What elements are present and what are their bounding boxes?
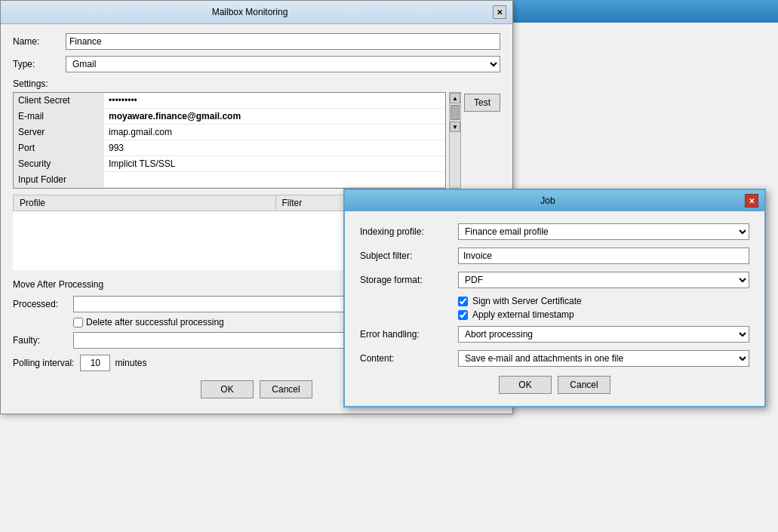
job-checkboxes: Sign with Server Certificate Apply exter… [458, 296, 749, 320]
name-label: Name: [13, 36, 66, 47]
apply-timestamp-label: Apply external timestamp [472, 309, 574, 320]
faulty-label: Faulty: [13, 335, 73, 346]
job-close-button[interactable]: ✕ [745, 194, 758, 208]
job-body: Indexing profile: Finance email profile … [345, 211, 764, 406]
type-label: Type: [13, 59, 66, 69]
profile-column-header: Profile [14, 195, 276, 211]
setting-value [104, 172, 445, 188]
apply-timestamp-checkbox[interactable] [458, 310, 468, 320]
table-row: Server imap.gmail.com [14, 125, 445, 140]
polling-label: Polling interval: [13, 358, 74, 368]
setting-value: Implicit TLS/SSL [104, 156, 445, 172]
setting-key: Input Folder [14, 172, 104, 188]
storage-format-select[interactable]: PDF TIFF Original [458, 272, 749, 288]
mailbox-close-button[interactable]: ✕ [493, 5, 506, 19]
subject-filter-row: Subject filter: [360, 248, 749, 264]
table-row: Port 993 [14, 140, 445, 156]
delete-checkbox-label: Delete after successful processing [86, 317, 224, 328]
scroll-up-arrow[interactable]: ▲ [450, 93, 460, 103]
error-handling-label: Error handling: [360, 329, 458, 340]
table-row: Client Secret ••••••••• [14, 93, 445, 109]
indexing-profile-select[interactable]: Finance email profile Default profile [458, 223, 749, 240]
subject-filter-input[interactable] [458, 248, 749, 264]
settings-table: Client Secret ••••••••• E-mail moyaware.… [14, 93, 445, 188]
job-title: Job [351, 195, 745, 206]
mailbox-cancel-button[interactable]: Cancel [260, 380, 312, 398]
polling-input[interactable] [80, 355, 110, 371]
delete-checkbox[interactable] [73, 318, 83, 328]
error-handling-row: Error handling: Abort processing Skip an… [360, 326, 749, 343]
settings-scrollbar[interactable]: ▲ ▼ [449, 92, 461, 189]
job-cancel-button[interactable]: Cancel [558, 376, 610, 394]
job-ok-button[interactable]: OK [499, 376, 552, 394]
job-dialog-buttons: OK Cancel [360, 376, 749, 394]
scroll-thumb[interactable] [451, 105, 460, 120]
settings-section: Client Secret ••••••••• E-mail moyaware.… [13, 92, 500, 189]
mailbox-titlebar: Mailbox Monitoring ✕ [1, 1, 512, 24]
error-handling-select[interactable]: Abort processing Skip and continue Retry [458, 326, 749, 343]
setting-key: Client Secret [14, 93, 104, 109]
type-select[interactable]: Gmail IMAP Exchange [66, 56, 500, 72]
content-label: Content: [360, 353, 458, 364]
setting-value: 993 [104, 140, 445, 156]
setting-value: ••••••••• [104, 93, 445, 109]
mailbox-title: Mailbox Monitoring [7, 7, 493, 17]
sign-certificate-label: Sign with Server Certificate [472, 296, 582, 306]
content-select[interactable]: Save e-mail and attachments in one file … [458, 350, 749, 367]
type-row: Type: Gmail IMAP Exchange [13, 56, 500, 72]
setting-key: Port [14, 140, 104, 156]
setting-value: imap.gmail.com [104, 125, 445, 140]
storage-format-row: Storage format: PDF TIFF Original [360, 272, 749, 288]
job-dialog: Job ✕ Indexing profile: Finance email pr… [343, 189, 766, 407]
indexing-profile-label: Indexing profile: [360, 226, 458, 237]
setting-key: Security [14, 156, 104, 172]
job-titlebar: Job ✕ [345, 190, 764, 211]
setting-key: Server [14, 125, 104, 140]
table-row: Input Folder [14, 172, 445, 188]
content-row: Content: Save e-mail and attachments in … [360, 350, 749, 367]
name-row: Name: [13, 33, 500, 50]
mailbox-ok-button[interactable]: OK [201, 380, 254, 398]
setting-key: E-mail [14, 109, 104, 125]
subject-filter-label: Subject filter: [360, 251, 458, 261]
sign-certificate-row: Sign with Server Certificate [458, 296, 749, 306]
test-button[interactable]: Test [464, 94, 500, 112]
table-row: Security Implicit TLS/SSL [14, 156, 445, 172]
name-input[interactable] [66, 33, 500, 50]
setting-value: moyaware.finance@gmail.com [104, 109, 445, 125]
processed-label: Processed: [13, 299, 73, 309]
storage-format-label: Storage format: [360, 275, 458, 285]
scroll-down-arrow[interactable]: ▼ [450, 121, 460, 132]
polling-unit: minutes [115, 358, 146, 368]
table-row: E-mail moyaware.finance@gmail.com [14, 109, 445, 125]
apply-timestamp-row: Apply external timestamp [458, 309, 749, 320]
settings-label: Settings: [13, 78, 500, 89]
indexing-profile-row: Indexing profile: Finance email profile … [360, 223, 749, 240]
sign-certificate-checkbox[interactable] [458, 297, 468, 306]
settings-table-container: Client Secret ••••••••• E-mail moyaware.… [13, 92, 446, 189]
